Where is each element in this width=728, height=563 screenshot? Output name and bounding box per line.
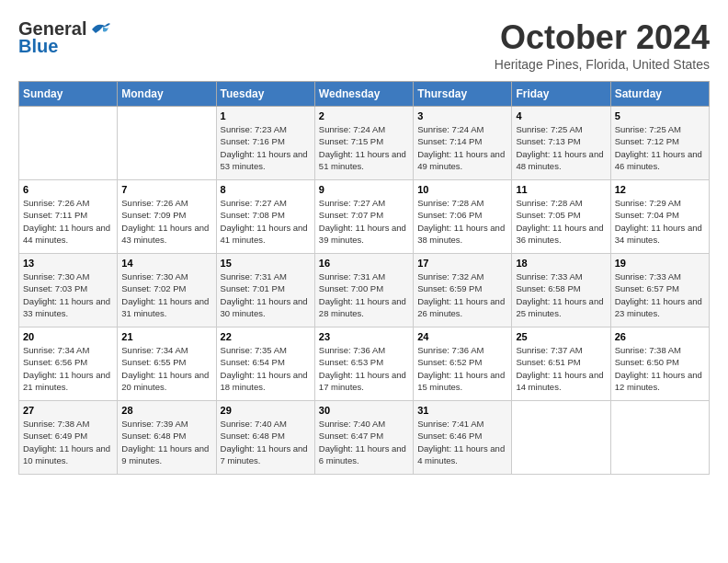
calendar-cell: 27Sunrise: 7:38 AM Sunset: 6:49 PM Dayli… (19, 401, 118, 475)
calendar-cell: 12Sunrise: 7:29 AM Sunset: 7:04 PM Dayli… (610, 180, 709, 254)
day-number: 2 (319, 110, 409, 121)
day-info: Sunrise: 7:26 AM Sunset: 7:09 PM Dayligh… (121, 197, 211, 246)
day-info: Sunrise: 7:39 AM Sunset: 6:48 PM Dayligh… (121, 418, 211, 466)
day-info: Sunrise: 7:38 AM Sunset: 6:49 PM Dayligh… (23, 418, 113, 466)
calendar-cell: 5Sunrise: 7:25 AM Sunset: 7:12 PM Daylig… (610, 107, 709, 180)
day-info: Sunrise: 7:27 AM Sunset: 7:08 PM Dayligh… (221, 197, 311, 246)
calendar-cell: 1Sunrise: 7:23 AM Sunset: 7:16 PM Daylig… (216, 107, 314, 180)
day-info: Sunrise: 7:26 AM Sunset: 7:11 PM Dayligh… (23, 197, 113, 246)
day-info: Sunrise: 7:24 AM Sunset: 7:14 PM Dayligh… (417, 123, 507, 172)
day-info: Sunrise: 7:28 AM Sunset: 7:06 PM Dayligh… (417, 197, 507, 246)
calendar-cell: 8Sunrise: 7:27 AM Sunset: 7:08 PM Daylig… (216, 180, 314, 254)
calendar-cell: 10Sunrise: 7:28 AM Sunset: 7:06 PM Dayli… (414, 180, 512, 254)
day-info: Sunrise: 7:32 AM Sunset: 6:59 PM Dayligh… (417, 270, 507, 319)
day-info: Sunrise: 7:25 AM Sunset: 7:13 PM Dayligh… (516, 123, 606, 172)
col-header-saturday: Saturday (610, 82, 709, 107)
day-info: Sunrise: 7:29 AM Sunset: 7:04 PM Dayligh… (615, 197, 705, 246)
calendar-cell: 19Sunrise: 7:33 AM Sunset: 6:57 PM Dayli… (610, 254, 709, 327)
day-info: Sunrise: 7:34 AM Sunset: 6:56 PM Dayligh… (23, 344, 113, 393)
day-number: 5 (615, 110, 705, 121)
day-number: 11 (516, 184, 606, 195)
day-number: 1 (221, 110, 311, 121)
day-info: Sunrise: 7:37 AM Sunset: 6:51 PM Dayligh… (516, 344, 606, 393)
calendar-table: SundayMondayTuesdayWednesdayThursdayFrid… (18, 81, 710, 475)
day-number: 20 (23, 331, 113, 342)
calendar-cell (610, 401, 709, 475)
day-info: Sunrise: 7:31 AM Sunset: 7:01 PM Dayligh… (221, 270, 311, 319)
col-header-wednesday: Wednesday (314, 82, 413, 107)
day-info: Sunrise: 7:35 AM Sunset: 6:54 PM Dayligh… (221, 344, 311, 393)
day-number: 9 (319, 184, 409, 195)
logo: General Blue (18, 18, 112, 57)
calendar-cell: 9Sunrise: 7:27 AM Sunset: 7:07 PM Daylig… (314, 180, 413, 254)
day-number: 15 (221, 258, 311, 269)
day-info: Sunrise: 7:38 AM Sunset: 6:50 PM Dayligh… (615, 344, 705, 393)
day-info: Sunrise: 7:33 AM Sunset: 6:58 PM Dayligh… (516, 270, 606, 319)
day-number: 27 (23, 405, 113, 416)
day-number: 4 (516, 110, 606, 121)
day-info: Sunrise: 7:28 AM Sunset: 7:05 PM Dayligh… (516, 197, 606, 246)
col-header-tuesday: Tuesday (216, 82, 314, 107)
page-header: General Blue October 2024 Heritage Pines… (18, 18, 710, 72)
day-number: 29 (221, 405, 311, 416)
day-number: 28 (121, 405, 211, 416)
day-number: 19 (615, 258, 705, 269)
col-header-friday: Friday (512, 82, 610, 107)
calendar-cell (118, 107, 216, 180)
calendar-cell (512, 401, 610, 475)
day-info: Sunrise: 7:40 AM Sunset: 6:47 PM Dayligh… (319, 418, 409, 466)
day-info: Sunrise: 7:24 AM Sunset: 7:15 PM Dayligh… (319, 123, 409, 172)
day-info: Sunrise: 7:33 AM Sunset: 6:57 PM Dayligh… (615, 270, 705, 319)
day-number: 17 (417, 258, 507, 269)
title-block: October 2024 Heritage Pines, Florida, Un… (495, 18, 710, 72)
day-number: 7 (121, 184, 211, 195)
day-info: Sunrise: 7:34 AM Sunset: 6:55 PM Dayligh… (121, 344, 211, 393)
calendar-cell: 3Sunrise: 7:24 AM Sunset: 7:14 PM Daylig… (414, 107, 512, 180)
day-number: 23 (319, 331, 409, 342)
day-number: 26 (615, 331, 705, 342)
location: Heritage Pines, Florida, United States (495, 57, 710, 72)
col-header-thursday: Thursday (414, 82, 512, 107)
day-number: 31 (417, 405, 507, 416)
logo-bird-icon (90, 20, 112, 39)
day-number: 18 (516, 258, 606, 269)
day-number: 24 (417, 331, 507, 342)
calendar-cell: 7Sunrise: 7:26 AM Sunset: 7:09 PM Daylig… (118, 180, 216, 254)
day-number: 8 (221, 184, 311, 195)
calendar-cell: 4Sunrise: 7:25 AM Sunset: 7:13 PM Daylig… (512, 107, 610, 180)
day-info: Sunrise: 7:41 AM Sunset: 6:46 PM Dayligh… (417, 418, 507, 466)
day-number: 10 (417, 184, 507, 195)
day-info: Sunrise: 7:23 AM Sunset: 7:16 PM Dayligh… (221, 123, 311, 172)
day-info: Sunrise: 7:40 AM Sunset: 6:48 PM Dayligh… (221, 418, 311, 466)
col-header-sunday: Sunday (19, 82, 118, 107)
calendar-cell: 6Sunrise: 7:26 AM Sunset: 7:11 PM Daylig… (19, 180, 118, 254)
calendar-cell: 26Sunrise: 7:38 AM Sunset: 6:50 PM Dayli… (610, 327, 709, 401)
logo-blue: Blue (18, 36, 58, 57)
day-number: 25 (516, 331, 606, 342)
calendar-cell: 24Sunrise: 7:36 AM Sunset: 6:52 PM Dayli… (414, 327, 512, 401)
day-number: 6 (23, 184, 113, 195)
calendar-cell: 17Sunrise: 7:32 AM Sunset: 6:59 PM Dayli… (414, 254, 512, 327)
day-info: Sunrise: 7:27 AM Sunset: 7:07 PM Dayligh… (319, 197, 409, 246)
calendar-cell: 28Sunrise: 7:39 AM Sunset: 6:48 PM Dayli… (118, 401, 216, 475)
calendar-cell: 31Sunrise: 7:41 AM Sunset: 6:46 PM Dayli… (414, 401, 512, 475)
col-header-monday: Monday (118, 82, 216, 107)
calendar-cell: 22Sunrise: 7:35 AM Sunset: 6:54 PM Dayli… (216, 327, 314, 401)
day-info: Sunrise: 7:25 AM Sunset: 7:12 PM Dayligh… (615, 123, 705, 172)
day-info: Sunrise: 7:30 AM Sunset: 7:03 PM Dayligh… (23, 270, 113, 319)
calendar-cell: 15Sunrise: 7:31 AM Sunset: 7:01 PM Dayli… (216, 254, 314, 327)
day-number: 22 (221, 331, 311, 342)
day-number: 21 (121, 331, 211, 342)
day-number: 16 (319, 258, 409, 269)
day-number: 12 (615, 184, 705, 195)
day-number: 14 (121, 258, 211, 269)
day-number: 13 (23, 258, 113, 269)
calendar-cell: 13Sunrise: 7:30 AM Sunset: 7:03 PM Dayli… (19, 254, 118, 327)
calendar-cell: 29Sunrise: 7:40 AM Sunset: 6:48 PM Dayli… (216, 401, 314, 475)
month-title: October 2024 (495, 18, 710, 57)
calendar-cell: 11Sunrise: 7:28 AM Sunset: 7:05 PM Dayli… (512, 180, 610, 254)
calendar-cell: 21Sunrise: 7:34 AM Sunset: 6:55 PM Dayli… (118, 327, 216, 401)
calendar-cell: 20Sunrise: 7:34 AM Sunset: 6:56 PM Dayli… (19, 327, 118, 401)
calendar-cell: 18Sunrise: 7:33 AM Sunset: 6:58 PM Dayli… (512, 254, 610, 327)
day-info: Sunrise: 7:31 AM Sunset: 7:00 PM Dayligh… (319, 270, 409, 319)
